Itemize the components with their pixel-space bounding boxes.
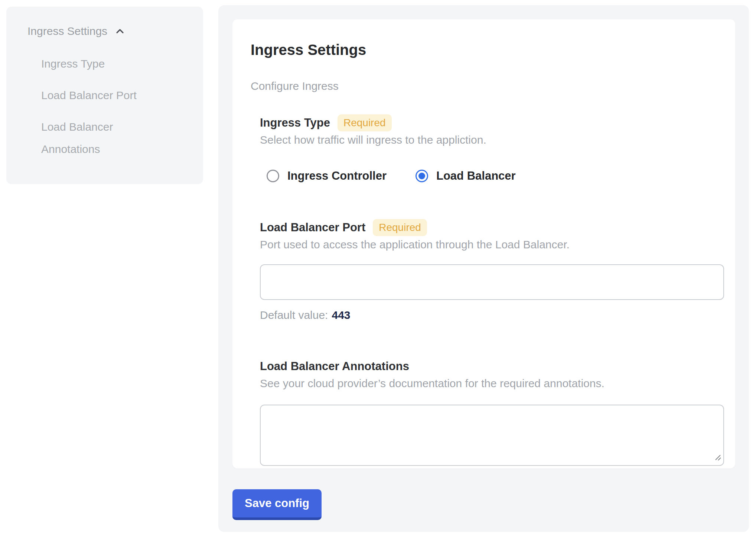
field-load-balancer-port: Load Balancer Port Required Port used to… bbox=[260, 219, 724, 321]
sidebar-item-load-balancer-port[interactable]: Load Balancer Port bbox=[27, 84, 170, 107]
radio-icon bbox=[416, 170, 428, 182]
settings-main-panel: Ingress Settings Configure Ingress Ingre… bbox=[218, 5, 749, 532]
ingress-type-radio-group: Ingress Controller Load Balancer bbox=[267, 169, 724, 183]
settings-sidebar: Ingress Settings Ingress Type Load Balan… bbox=[6, 7, 203, 184]
field-label: Load Balancer Annotations bbox=[260, 358, 409, 375]
field-label: Ingress Type bbox=[260, 114, 330, 131]
load-balancer-port-input[interactable] bbox=[260, 264, 724, 300]
sidebar-item-load-balancer-annotations[interactable]: Load Balancer Annotations bbox=[27, 116, 170, 160]
required-badge: Required bbox=[373, 219, 427, 236]
radio-label: Ingress Controller bbox=[287, 169, 387, 183]
field-description: Select how traffic will ingress to the a… bbox=[260, 133, 724, 147]
radio-label: Load Balancer bbox=[436, 169, 516, 183]
field-description: See your cloud provider’s documentation … bbox=[260, 376, 724, 391]
page-subtitle: Configure Ingress bbox=[251, 79, 724, 93]
field-load-balancer-annotations: Load Balancer Annotations See your cloud… bbox=[260, 358, 724, 466]
save-config-button[interactable]: Save config bbox=[232, 489, 322, 520]
page-title: Ingress Settings bbox=[251, 41, 724, 59]
chevron-up-icon bbox=[114, 25, 126, 37]
sidebar-section-toggle[interactable]: Ingress Settings bbox=[27, 23, 188, 39]
default-value: 443 bbox=[332, 309, 350, 321]
sidebar-section-label: Ingress Settings bbox=[27, 23, 107, 39]
sidebar-list: Ingress Type Load Balancer Port Load Bal… bbox=[27, 53, 188, 160]
default-value-label: Default value: bbox=[260, 309, 328, 321]
field-label: Load Balancer Port bbox=[260, 219, 365, 236]
radio-ingress-controller[interactable]: Ingress Controller bbox=[267, 169, 387, 183]
default-value-row: Default value: 443 bbox=[260, 309, 724, 321]
field-ingress-type: Ingress Type Required Select how traffic… bbox=[260, 114, 724, 183]
load-balancer-annotations-textarea[interactable] bbox=[260, 405, 724, 466]
radio-load-balancer[interactable]: Load Balancer bbox=[416, 169, 516, 183]
sidebar-item-ingress-type[interactable]: Ingress Type bbox=[27, 53, 170, 75]
ingress-settings-card: Ingress Settings Configure Ingress Ingre… bbox=[232, 19, 735, 468]
required-badge: Required bbox=[338, 114, 392, 131]
radio-icon bbox=[267, 170, 279, 182]
field-description: Port used to access the application thro… bbox=[260, 238, 724, 252]
